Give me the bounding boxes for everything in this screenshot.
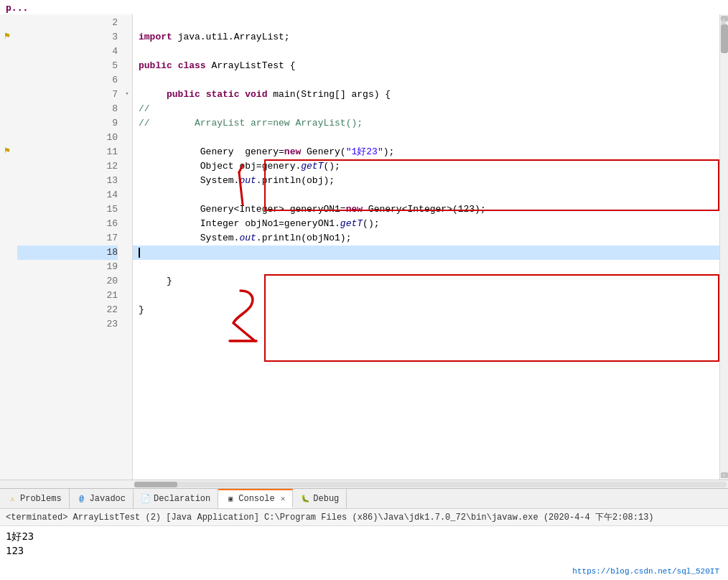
token-void: void — [245, 88, 267, 102]
code-line-8: // — [133, 102, 719, 116]
ln-8: 8 — [17, 102, 118, 116]
ca-5 — [122, 57, 132, 72]
ln-6: 6 — [17, 73, 118, 88]
tab-declaration-label: Declaration — [154, 494, 210, 504]
ln-21: 21 — [17, 289, 118, 303]
collapse-7-icon: ▾ — [125, 90, 129, 98]
code-line-21 — [133, 289, 719, 303]
vertical-scrollbar[interactable]: ▲ ▼ — [719, 14, 728, 480]
ca-4 — [122, 43, 132, 57]
gutter-area: ⚑ ⚑ — [0, 14, 133, 480]
tok-11c: Genery( — [301, 145, 345, 159]
ln-23: 23 — [17, 317, 118, 332]
console-tab-close[interactable]: ✕ — [281, 494, 286, 503]
tok-20: } — [139, 274, 172, 289]
gutter-row-3: ⚑ — [0, 29, 14, 43]
ln-20: 20 — [17, 274, 118, 289]
tok-15c: Genery<Integer>(123); — [363, 202, 486, 217]
ln-10: 10 — [17, 131, 118, 145]
tok-16c: (); — [363, 217, 379, 231]
tok-5a — [172, 59, 178, 73]
code-line-6 — [133, 73, 719, 88]
code-line-18 — [133, 245, 719, 260]
bottom-tab-bar: ⚠ Problems @ Javadoc 📄 Declaration ▣ Con… — [0, 488, 728, 508]
tok-11b: new — [284, 145, 301, 159]
code-line-19 — [133, 260, 719, 274]
tok-13a: System. — [139, 174, 239, 188]
cut-text: p... — [6, 2, 28, 13]
tok-16b: getT — [340, 217, 363, 231]
tab-javadoc[interactable]: @ Javadoc — [70, 489, 134, 508]
gutter-row-20 — [0, 273, 14, 287]
gutter-row-6 — [0, 72, 14, 86]
console-area: <terminated> ArrayListTest (2) [Java App… — [0, 508, 728, 580]
ca-9 — [122, 115, 132, 129]
tab-debug[interactable]: 🐛 Debug — [293, 489, 347, 508]
code-line-20: } — [133, 274, 719, 289]
code-lines: import java.util.ArrayList; public class… — [133, 14, 719, 332]
ln-13: 13 — [17, 174, 118, 188]
javadoc-icon: @ — [77, 494, 87, 504]
h-scrollbar-track[interactable] — [134, 482, 727, 487]
code-line-9: // ArrayList arr=new ArrayList(); — [133, 116, 719, 131]
scrollbar-thumb[interactable] — [721, 24, 728, 53]
console-terminated-bar: <terminated> ArrayListTest (2) [Java App… — [0, 509, 728, 526]
terminated-text: <terminated> ArrayListTest (2) [Java App… — [6, 513, 654, 523]
horizontal-scrollbar[interactable] — [0, 480, 728, 488]
ln-7: 7 — [17, 88, 118, 102]
ca-6 — [122, 72, 132, 86]
tab-console[interactable]: ▣ Console ✕ — [218, 489, 293, 508]
tok-9: // ArrayList arr=new ArrayList(); — [139, 116, 363, 131]
tab-declaration[interactable]: 📄 Declaration — [134, 489, 218, 508]
ca-19 — [122, 258, 132, 273]
code-line-15: Genery<Integer> generyON1=new Genery<Int… — [133, 202, 719, 217]
code-editor[interactable]: p... ⚑ ⚑ — [0, 0, 728, 488]
tok-12b: getT — [301, 159, 323, 174]
code-line-23 — [133, 317, 719, 332]
gutter-row-23 — [0, 316, 14, 330]
gutter-row-4 — [0, 43, 14, 57]
tok-11a: Genery genery= — [139, 145, 284, 159]
ca-17 — [122, 230, 132, 244]
code-body[interactable]: import java.util.ArrayList; public class… — [133, 14, 719, 480]
console-output: 1好23 123 — [0, 526, 728, 561]
ca-16 — [122, 215, 132, 230]
ln-4: 4 — [17, 45, 118, 59]
scrollbar-down-arrow[interactable]: ▼ — [721, 472, 728, 478]
tok-8: // — [139, 102, 150, 116]
tok-22: } — [139, 303, 144, 317]
gutter-row-2 — [0, 14, 14, 29]
tab-problems-label: Problems — [20, 494, 62, 504]
tok-12a: Object obj=genery. — [139, 159, 301, 174]
code-line-5: public class ArrayListTest { — [133, 59, 719, 73]
tok-12c: (); — [323, 159, 340, 174]
gutter-row-17 — [0, 230, 14, 244]
h-scrollbar-thumb[interactable] — [134, 482, 177, 487]
ca-11 — [122, 144, 132, 158]
ln-14: 14 — [17, 188, 118, 202]
ln-18: 18 — [17, 245, 118, 260]
gutter-row-12 — [0, 158, 14, 172]
debug-icon: 🐛 — [300, 494, 310, 504]
gutter-row-18 — [0, 244, 14, 258]
gutter-row-11: ⚑ — [0, 144, 14, 158]
gutter-row-10 — [0, 129, 14, 144]
tok-13c: .println(obj); — [256, 174, 335, 188]
ca-22 — [122, 301, 132, 316]
ca-21 — [122, 287, 132, 301]
scrollbar-up-arrow[interactable]: ▲ — [721, 16, 728, 22]
url-bar[interactable]: https://blog.csdn.net/sql_520IT — [572, 567, 719, 576]
token-static: static — [206, 88, 240, 102]
ln-16: 16 — [17, 217, 118, 231]
ca-8 — [122, 100, 132, 115]
problems-icon: ⚠ — [7, 494, 17, 504]
ca-7[interactable]: ▾ — [122, 86, 132, 100]
top-cutoff-line: p... — [0, 0, 728, 14]
tok-17c: .println(objNo1); — [256, 231, 352, 245]
ca-23 — [122, 316, 132, 330]
tab-problems[interactable]: ⚠ Problems — [0, 489, 70, 508]
ln-11: 11 — [17, 145, 118, 159]
code-line-2 — [133, 16, 719, 30]
tab-console-label: Console — [238, 494, 274, 504]
scrollbar-track[interactable] — [721, 22, 728, 472]
